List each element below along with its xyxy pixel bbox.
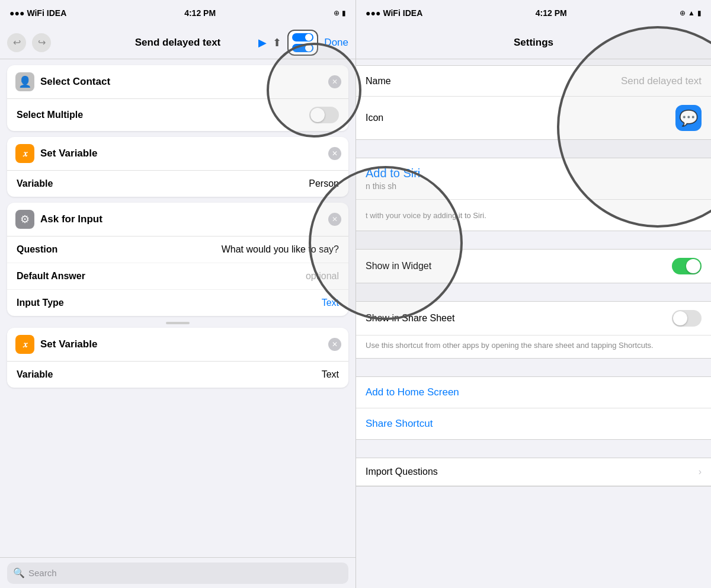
divider-handle: [166, 322, 190, 324]
add-to-home-screen-label: Add to Home Screen: [366, 386, 459, 398]
siri-description-text: t with your voice by adding it to Siri.: [366, 211, 702, 220]
share-shortcut-label: Share Shortcut: [366, 418, 433, 430]
right-battery-icon: ▮: [697, 9, 702, 17]
left-time: 4:12 PM: [184, 8, 216, 18]
signal-icon: ●●●: [9, 8, 24, 18]
ask-input-close[interactable]: ✕: [328, 213, 341, 226]
right-status-bar: ●●● WiFi IDEA 4:12 PM ⊕ ▲ ▮: [356, 0, 711, 26]
variable-2-label: Variable: [17, 369, 53, 380]
show-in-widget-label: Show in Widget: [366, 261, 431, 271]
right-location2-icon: ▲: [688, 9, 695, 17]
left-nav-title: Send delayed text: [135, 37, 221, 49]
toggle-switch-2[interactable]: [292, 44, 313, 52]
name-label: Name: [366, 76, 391, 87]
select-contact-icon: 👤: [15, 72, 34, 91]
action-header-select-contact: 👤 Select Contact ✕: [7, 65, 348, 99]
input-type-label: Input Type: [17, 298, 64, 308]
toggle-group[interactable]: [287, 30, 318, 56]
add-to-siri-row[interactable]: Add to Siri n this sh: [356, 158, 711, 200]
search-bar[interactable]: 🔍 Search: [7, 563, 348, 584]
left-panel: ●●● WiFi IDEA 4:12 PM ⊕ ▮ ↩ ↪ Send delay…: [0, 0, 356, 588]
siri-section: Add to Siri n this sh t with your voice …: [356, 158, 711, 231]
show-in-share-sheet-toggle[interactable]: [672, 310, 702, 327]
set-variable-1-title: Set Variable: [40, 148, 97, 159]
undo-button[interactable]: ↩: [7, 33, 26, 52]
gap-7: [356, 498, 711, 510]
play-button[interactable]: ▶: [258, 36, 267, 49]
toggle-switch-1[interactable]: [292, 33, 313, 41]
show-in-widget-row: Show in Widget: [356, 250, 711, 283]
left-status-icons: ⊕ ▮: [334, 9, 346, 17]
redo-button[interactable]: ↪: [32, 33, 51, 52]
show-in-widget-toggle[interactable]: [672, 258, 702, 274]
question-value: What would you like to say?: [222, 244, 339, 255]
gap-1: [356, 140, 711, 152]
variable-1-label: Variable: [17, 178, 53, 189]
gap-3: [356, 283, 711, 295]
share-shortcut-row[interactable]: Share Shortcut: [356, 408, 711, 439]
set-variable-1-close[interactable]: ✕: [328, 147, 341, 160]
left-carrier: ●●● WiFi IDEA: [9, 8, 66, 18]
gap-4: [356, 359, 711, 370]
variable-2-row: Variable Text: [7, 362, 348, 388]
right-status-icons: ⊕ ▲ ▮: [680, 9, 702, 17]
input-type-row: Input Type Text: [7, 290, 348, 316]
select-contact-close[interactable]: ✕: [328, 75, 341, 88]
ask-input-title: Ask for Input: [40, 213, 103, 225]
show-in-share-sheet-row: Show in Share Sheet: [356, 302, 711, 335]
right-signal-icon: ●●●: [366, 8, 380, 18]
share-sheet-section: Show in Share Sheet Use this shortcut fr…: [356, 301, 711, 359]
default-answer-placeholder: optional: [306, 271, 339, 282]
icon-label: Icon: [366, 113, 383, 123]
input-type-value[interactable]: Text: [322, 298, 339, 308]
action-card-select-contact: 👤 Select Contact ✕ Select Multiple: [7, 65, 348, 131]
select-multiple-toggle[interactable]: [309, 107, 339, 123]
share-button[interactable]: ⬆: [273, 36, 281, 49]
widget-section: Show in Widget: [356, 249, 711, 283]
default-answer-label: Default Answer: [17, 271, 85, 282]
action-card-set-variable-1: 𝑥 Set Variable ✕ Variable Person: [7, 137, 348, 197]
import-section: Import Questions ›: [356, 458, 711, 487]
done-button[interactable]: Done: [324, 37, 348, 49]
add-to-siri-button[interactable]: Add to Siri: [366, 167, 420, 180]
name-placeholder[interactable]: Send delayed text: [621, 75, 702, 87]
import-questions-row[interactable]: Import Questions ›: [356, 458, 711, 486]
right-location-icon: ⊕: [680, 9, 686, 17]
chevron-icon: ›: [699, 466, 702, 477]
action-card-ask-input: ⚙ Ask for Input ✕ Question What would yo…: [7, 203, 348, 316]
left-nav-right: ▶ ⬆ Done: [258, 30, 348, 56]
select-multiple-label: Select Multiple: [17, 110, 83, 120]
name-icon-section: Name Send delayed text Icon 💬: [356, 65, 711, 140]
right-nav-title: Settings: [514, 37, 553, 49]
right-nav-bar: Settings: [356, 26, 711, 59]
select-contact-title: Select Contact: [40, 76, 110, 88]
right-panel: ●●● WiFi IDEA 4:12 PM ⊕ ▲ ▮ Settings Nam…: [356, 0, 711, 588]
gap-5: [356, 440, 711, 452]
right-carrier: ●●● WiFi IDEA: [366, 8, 422, 18]
search-bar-container: 🔍 Search: [0, 557, 356, 588]
action-header-ask-input: ⚙ Ask for Input ✕: [7, 203, 348, 237]
icon-row: Icon 💬: [356, 97, 711, 139]
action-header-set-variable-1: 𝑥 Set Variable ✕: [7, 137, 348, 171]
gap-2: [356, 231, 711, 243]
workflow-content: 👤 Select Contact ✕ Select Multiple 𝑥 Set…: [0, 59, 356, 557]
add-to-home-screen-row[interactable]: Add to Home Screen: [356, 377, 711, 408]
action-header-set-variable-2: 𝑥 Set Variable ✕: [7, 328, 348, 362]
left-nav-left: ↩ ↪: [7, 33, 51, 52]
set-variable-2-icon: 𝑥: [15, 335, 34, 354]
siri-partial-text: n this sh: [366, 181, 396, 191]
variable-2-value: Text: [322, 369, 339, 380]
question-row: Question What would you like to say?: [7, 237, 348, 263]
location-icon: ⊕: [334, 9, 340, 17]
question-label: Question: [17, 244, 57, 255]
show-in-share-sheet-label: Show in Share Sheet: [366, 313, 454, 324]
gap-6: [356, 487, 711, 498]
icon-emoji: 💬: [679, 109, 698, 127]
search-icon: 🔍: [13, 567, 25, 579]
icon-bubble[interactable]: 💬: [675, 105, 702, 131]
set-variable-1-icon: 𝑥: [15, 144, 34, 163]
ask-input-icon: ⚙: [15, 210, 34, 229]
set-variable-2-close[interactable]: ✕: [328, 338, 341, 351]
import-questions-label: Import Questions: [366, 466, 438, 477]
variable-1-value: Person: [309, 178, 339, 189]
